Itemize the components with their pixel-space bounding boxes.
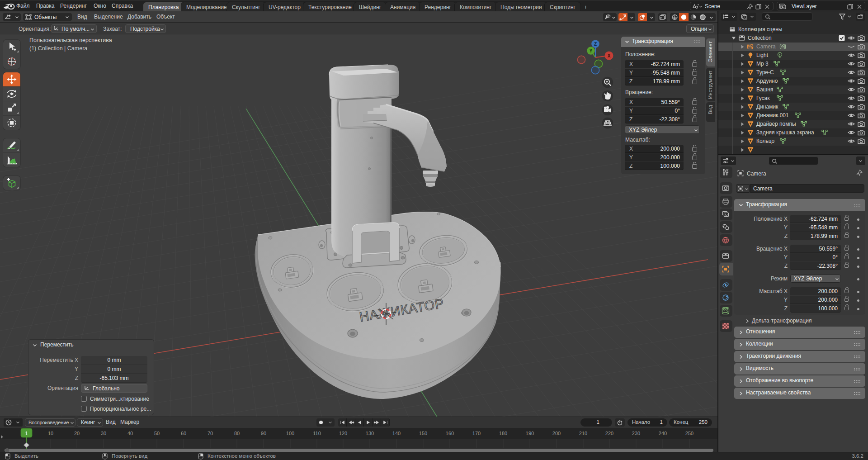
svg-text:180: 180 (499, 431, 507, 436)
svg-text:70: 70 (208, 431, 213, 436)
svg-text:150: 150 (419, 431, 427, 436)
svg-text:220: 220 (605, 431, 613, 436)
svg-text:80: 80 (234, 431, 240, 436)
svg-text:250: 250 (685, 431, 693, 436)
svg-text:1: 1 (25, 431, 28, 436)
svg-text:240: 240 (659, 431, 667, 436)
svg-text:50: 50 (154, 431, 160, 436)
svg-text:110: 110 (313, 431, 321, 436)
svg-text:90: 90 (261, 431, 266, 436)
svg-text:10: 10 (48, 431, 53, 436)
svg-text:190: 190 (526, 431, 534, 436)
svg-text:160: 160 (446, 431, 454, 436)
svg-text:20: 20 (74, 431, 80, 436)
svg-text:170: 170 (472, 431, 481, 436)
svg-text:130: 130 (366, 431, 374, 436)
svg-text:Y: Y (590, 48, 593, 53)
svg-text:230: 230 (632, 431, 640, 436)
svg-text:30: 30 (101, 431, 106, 436)
svg-text:100: 100 (286, 431, 294, 436)
svg-text:210: 210 (579, 431, 587, 436)
svg-text:140: 140 (392, 431, 401, 436)
svg-text:60: 60 (181, 431, 186, 436)
svg-text:Z: Z (594, 42, 597, 47)
svg-text:40: 40 (127, 431, 133, 436)
svg-text:200: 200 (552, 431, 561, 436)
svg-text:120: 120 (339, 431, 347, 436)
svg-text:X: X (608, 53, 611, 58)
